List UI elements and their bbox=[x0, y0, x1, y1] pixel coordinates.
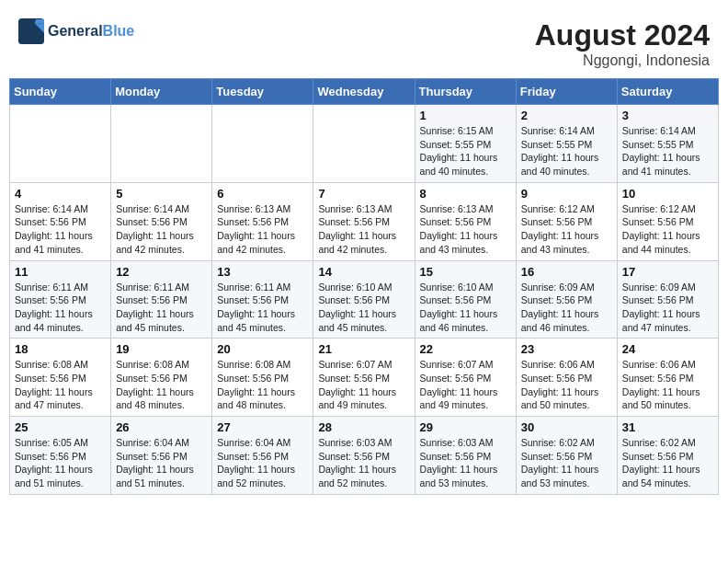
logo-icon bbox=[18, 18, 44, 44]
calendar-week-row: 4Sunrise: 6:14 AM Sunset: 5:56 PM Daylig… bbox=[10, 182, 719, 260]
day-info: Sunrise: 6:03 AM Sunset: 5:56 PM Dayligh… bbox=[318, 436, 409, 490]
day-info: Sunrise: 6:02 AM Sunset: 5:56 PM Dayligh… bbox=[521, 436, 612, 490]
calendar-cell: 13Sunrise: 6:11 AM Sunset: 5:56 PM Dayli… bbox=[212, 260, 313, 339]
day-number: 28 bbox=[318, 420, 409, 434]
calendar-cell: 2Sunrise: 6:14 AM Sunset: 5:55 PM Daylig… bbox=[516, 105, 617, 183]
day-number: 18 bbox=[15, 342, 106, 356]
day-number: 5 bbox=[116, 187, 207, 201]
day-number: 23 bbox=[521, 342, 612, 356]
calendar-cell: 24Sunrise: 6:06 AM Sunset: 5:56 PM Dayli… bbox=[617, 339, 718, 417]
day-number: 20 bbox=[217, 342, 308, 356]
calendar-cell bbox=[212, 105, 313, 183]
calendar-cell: 10Sunrise: 6:12 AM Sunset: 5:56 PM Dayli… bbox=[617, 182, 718, 260]
weekday-header: Thursday bbox=[415, 79, 516, 105]
day-info: Sunrise: 6:09 AM Sunset: 5:56 PM Dayligh… bbox=[521, 281, 612, 335]
day-info: Sunrise: 6:09 AM Sunset: 5:56 PM Dayligh… bbox=[622, 281, 713, 335]
day-number: 26 bbox=[116, 420, 207, 434]
day-number: 8 bbox=[420, 187, 511, 201]
calendar-cell: 22Sunrise: 6:07 AM Sunset: 5:56 PM Dayli… bbox=[415, 339, 516, 417]
day-info: Sunrise: 6:13 AM Sunset: 5:56 PM Dayligh… bbox=[318, 202, 409, 257]
logo: GeneralBlue bbox=[18, 18, 134, 44]
day-info: Sunrise: 6:07 AM Sunset: 5:56 PM Dayligh… bbox=[420, 358, 511, 412]
logo-text: GeneralBlue bbox=[48, 23, 134, 40]
calendar-cell: 20Sunrise: 6:08 AM Sunset: 5:56 PM Dayli… bbox=[212, 339, 313, 417]
calendar-cell: 15Sunrise: 6:10 AM Sunset: 5:56 PM Dayli… bbox=[415, 260, 516, 339]
calendar-cell: 21Sunrise: 6:07 AM Sunset: 5:56 PM Dayli… bbox=[313, 339, 415, 417]
calendar-cell: 6Sunrise: 6:13 AM Sunset: 5:56 PM Daylig… bbox=[212, 182, 313, 260]
calendar-cell: 31Sunrise: 6:02 AM Sunset: 5:56 PM Dayli… bbox=[617, 417, 718, 495]
day-info: Sunrise: 6:11 AM Sunset: 5:56 PM Dayligh… bbox=[217, 281, 308, 335]
weekday-header: Tuesday bbox=[212, 79, 313, 105]
calendar-cell bbox=[10, 105, 111, 183]
calendar-cell: 8Sunrise: 6:13 AM Sunset: 5:56 PM Daylig… bbox=[415, 182, 516, 260]
day-info: Sunrise: 6:02 AM Sunset: 5:56 PM Dayligh… bbox=[622, 436, 713, 490]
day-number: 3 bbox=[622, 109, 713, 122]
month-year: August 2024 bbox=[535, 18, 710, 52]
day-info: Sunrise: 6:06 AM Sunset: 5:56 PM Dayligh… bbox=[521, 358, 612, 412]
calendar-week-row: 11Sunrise: 6:11 AM Sunset: 5:56 PM Dayli… bbox=[10, 260, 719, 339]
calendar-cell: 28Sunrise: 6:03 AM Sunset: 5:56 PM Dayli… bbox=[313, 417, 415, 495]
day-number: 17 bbox=[622, 265, 713, 279]
calendar-cell: 25Sunrise: 6:05 AM Sunset: 5:56 PM Dayli… bbox=[10, 417, 111, 495]
day-number: 30 bbox=[521, 420, 612, 434]
day-number: 9 bbox=[521, 187, 612, 201]
calendar-week-row: 25Sunrise: 6:05 AM Sunset: 5:56 PM Dayli… bbox=[10, 417, 719, 495]
title-area: August 2024 Nggongi, Indonesia bbox=[535, 18, 710, 69]
day-info: Sunrise: 6:04 AM Sunset: 5:56 PM Dayligh… bbox=[217, 436, 308, 490]
calendar-cell: 12Sunrise: 6:11 AM Sunset: 5:56 PM Dayli… bbox=[111, 260, 212, 339]
day-number: 1 bbox=[420, 109, 511, 122]
day-number: 19 bbox=[116, 342, 207, 356]
day-info: Sunrise: 6:12 AM Sunset: 5:56 PM Dayligh… bbox=[622, 202, 713, 257]
svg-marker-2 bbox=[35, 19, 45, 23]
calendar-cell bbox=[313, 105, 415, 183]
day-info: Sunrise: 6:06 AM Sunset: 5:56 PM Dayligh… bbox=[622, 358, 713, 412]
weekday-header: Monday bbox=[111, 79, 212, 105]
calendar-cell: 18Sunrise: 6:08 AM Sunset: 5:56 PM Dayli… bbox=[10, 339, 111, 417]
day-info: Sunrise: 6:11 AM Sunset: 5:56 PM Dayligh… bbox=[116, 281, 207, 335]
day-info: Sunrise: 6:11 AM Sunset: 5:56 PM Dayligh… bbox=[15, 281, 106, 335]
day-number: 27 bbox=[217, 420, 308, 434]
location: Nggongi, Indonesia bbox=[535, 52, 710, 69]
calendar-cell: 14Sunrise: 6:10 AM Sunset: 5:56 PM Dayli… bbox=[313, 260, 415, 339]
day-info: Sunrise: 6:14 AM Sunset: 5:55 PM Dayligh… bbox=[521, 124, 612, 178]
day-number: 31 bbox=[622, 420, 713, 434]
calendar-cell: 29Sunrise: 6:03 AM Sunset: 5:56 PM Dayli… bbox=[415, 417, 516, 495]
day-number: 11 bbox=[15, 265, 106, 279]
calendar-cell: 7Sunrise: 6:13 AM Sunset: 5:56 PM Daylig… bbox=[313, 182, 415, 260]
day-number: 4 bbox=[15, 187, 106, 201]
day-info: Sunrise: 6:08 AM Sunset: 5:56 PM Dayligh… bbox=[15, 358, 106, 412]
day-info: Sunrise: 6:15 AM Sunset: 5:55 PM Dayligh… bbox=[420, 124, 511, 178]
calendar-cell: 27Sunrise: 6:04 AM Sunset: 5:56 PM Dayli… bbox=[212, 417, 313, 495]
day-info: Sunrise: 6:12 AM Sunset: 5:56 PM Dayligh… bbox=[521, 202, 612, 257]
weekday-header: Saturday bbox=[617, 79, 718, 105]
day-number: 12 bbox=[116, 265, 207, 279]
calendar-cell: 23Sunrise: 6:06 AM Sunset: 5:56 PM Dayli… bbox=[516, 339, 617, 417]
day-info: Sunrise: 6:10 AM Sunset: 5:56 PM Dayligh… bbox=[420, 281, 511, 335]
day-number: 16 bbox=[521, 265, 612, 279]
calendar-cell: 5Sunrise: 6:14 AM Sunset: 5:56 PM Daylig… bbox=[111, 182, 212, 260]
day-number: 6 bbox=[217, 187, 308, 201]
day-info: Sunrise: 6:14 AM Sunset: 5:56 PM Dayligh… bbox=[15, 202, 106, 257]
page-header: GeneralBlue August 2024 Nggongi, Indones… bbox=[9, 9, 719, 74]
day-info: Sunrise: 6:13 AM Sunset: 5:56 PM Dayligh… bbox=[420, 202, 511, 257]
day-number: 22 bbox=[420, 342, 511, 356]
calendar-cell: 9Sunrise: 6:12 AM Sunset: 5:56 PM Daylig… bbox=[516, 182, 617, 260]
day-info: Sunrise: 6:13 AM Sunset: 5:56 PM Dayligh… bbox=[217, 202, 308, 257]
calendar-cell bbox=[111, 105, 212, 183]
calendar-week-row: 1Sunrise: 6:15 AM Sunset: 5:55 PM Daylig… bbox=[10, 105, 719, 183]
day-info: Sunrise: 6:14 AM Sunset: 5:55 PM Dayligh… bbox=[622, 124, 713, 178]
calendar-table: SundayMondayTuesdayWednesdayThursdayFrid… bbox=[9, 78, 719, 495]
day-number: 24 bbox=[622, 342, 713, 356]
day-number: 13 bbox=[217, 265, 308, 279]
logo-general: General bbox=[48, 23, 103, 39]
day-info: Sunrise: 6:08 AM Sunset: 5:56 PM Dayligh… bbox=[116, 358, 207, 412]
calendar-cell: 16Sunrise: 6:09 AM Sunset: 5:56 PM Dayli… bbox=[516, 260, 617, 339]
day-number: 25 bbox=[15, 420, 106, 434]
day-number: 10 bbox=[622, 187, 713, 201]
day-info: Sunrise: 6:08 AM Sunset: 5:56 PM Dayligh… bbox=[217, 358, 308, 412]
calendar-header-row: SundayMondayTuesdayWednesdayThursdayFrid… bbox=[10, 79, 719, 105]
day-number: 15 bbox=[420, 265, 511, 279]
weekday-header: Friday bbox=[516, 79, 617, 105]
logo-blue: Blue bbox=[103, 23, 135, 39]
day-number: 29 bbox=[420, 420, 511, 434]
